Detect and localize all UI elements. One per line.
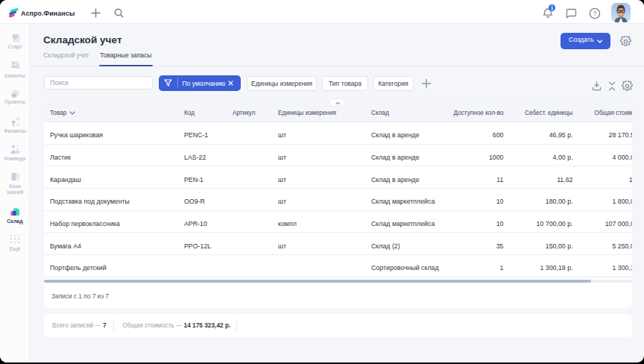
svg-text:?: ? [593,10,596,17]
